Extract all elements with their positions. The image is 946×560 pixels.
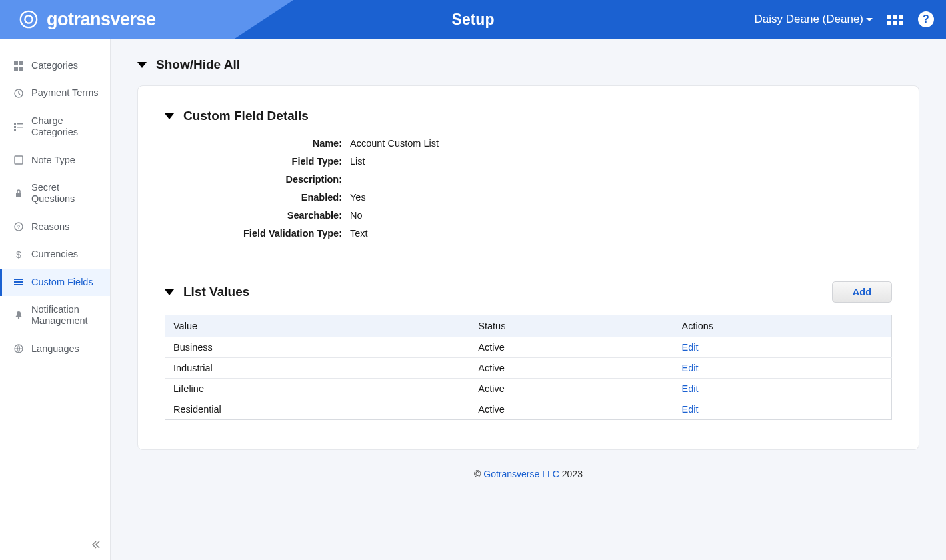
sidebar-item-charge-categories[interactable]: Charge Categories [0,107,110,147]
globe-icon [13,344,25,353]
lock-icon [13,189,25,198]
apps-grid-icon[interactable] [887,15,903,25]
detail-label: Name: [189,138,342,149]
footer-copyright: © [474,469,481,479]
details-section-toggle[interactable]: Custom Field Details [165,109,892,123]
list-values-title: List Values [183,285,249,299]
sidebar-item-label: Currencies [31,249,78,260]
edit-link[interactable]: Edit [681,404,698,415]
table-row: Industrial Active Edit [165,358,892,379]
list-values-header-row: List Values Add [165,281,892,303]
detail-value-enabled: Yes [350,192,892,203]
svg-rect-2 [19,61,23,65]
app-header: gotransverse Setup Daisy Deane (Deane) ? [0,0,946,39]
sidebar-item-label: Custom Fields [31,277,93,288]
details-card: Custom Field Details Name: Account Custo… [137,85,919,450]
footer-company-link[interactable]: Gotransverse LLC [483,469,559,479]
grid-icon [13,61,25,71]
show-hide-all-toggle[interactable]: Show/Hide All [137,57,919,72]
sidebar: Categories Payment Terms Charge Categori… [0,39,111,560]
list-values-table: Value Status Actions Business Active Edi… [165,315,892,420]
triangle-down-icon [137,62,147,68]
sidebar-item-label: Payment Terms [31,87,98,99]
sidebar-item-languages[interactable]: Languages [0,335,110,363]
cell-status: Active [470,399,673,420]
cell-value: Industrial [165,358,471,379]
user-name: Daisy Deane (Deane) [755,13,863,26]
col-value: Value [165,315,471,337]
add-button[interactable]: Add [832,281,892,303]
svg-rect-6 [14,123,16,125]
sidebar-collapse-button[interactable] [91,540,101,552]
cell-status: Active [470,358,673,379]
list-values-toggle[interactable]: List Values [165,285,249,299]
cell-status: Active [470,337,673,358]
details-grid: Name: Account Custom List Field Type: Li… [189,138,892,239]
cell-value: Lifeline [165,379,471,399]
detail-label: Field Type: [189,156,342,167]
details-section-title: Custom Field Details [183,109,309,123]
svg-rect-3 [14,67,18,71]
detail-value-searchable: No [350,210,892,221]
detail-value-validation-type: Text [350,228,892,239]
list-bars-icon [13,122,25,131]
help-icon[interactable]: ? [918,11,934,27]
note-icon [13,155,25,165]
svg-text:$: $ [16,250,21,259]
header-right-group: Daisy Deane (Deane) ? [755,11,934,27]
triangle-down-icon [165,289,174,295]
detail-label: Field Validation Type: [189,228,342,239]
brand-block[interactable]: gotransverse [0,9,156,30]
footer-year: 2023 [562,469,583,479]
svg-rect-12 [16,193,21,197]
svg-rect-4 [19,67,23,71]
cell-value: Business [165,337,471,358]
svg-rect-9 [17,127,23,128]
page-title: Setup [452,11,495,29]
sidebar-items: Categories Payment Terms Charge Categori… [0,39,110,363]
sidebar-item-secret-questions[interactable]: Secret Questions [0,174,110,213]
svg-rect-18 [14,284,23,285]
svg-rect-11 [15,156,23,164]
sidebar-item-notification-management[interactable]: Notification Management [0,296,110,335]
list-values-section: List Values Add Value Status Actions [165,281,892,420]
cell-status: Active [470,379,673,399]
cell-value: Residential [165,399,471,420]
sidebar-item-label: Reasons [31,221,69,233]
question-icon: ? [13,222,25,231]
sidebar-item-custom-fields[interactable]: Custom Fields [0,269,110,296]
sidebar-item-reasons[interactable]: ? Reasons [0,213,110,241]
clock-icon [13,89,25,98]
sidebar-item-note-type[interactable]: Note Type [0,147,110,174]
brand-text: gotransverse [47,9,156,30]
svg-rect-16 [14,279,23,280]
table-row: Business Active Edit [165,337,892,358]
svg-rect-8 [14,126,16,128]
edit-link[interactable]: Edit [681,342,698,353]
detail-value-field-type: List [350,156,892,167]
detail-value-description [350,174,892,185]
menu-icon [13,277,25,287]
sidebar-item-label: Notification Management [31,304,105,327]
svg-point-0 [21,11,37,27]
triangle-down-icon [165,113,174,119]
main-content: Show/Hide All Custom Field Details Name:… [111,39,946,560]
sidebar-item-label: Charge Categories [31,115,105,139]
svg-rect-10 [14,129,16,131]
edit-link[interactable]: Edit [681,383,698,394]
chevron-down-icon [866,18,873,21]
svg-rect-17 [14,281,23,283]
edit-link[interactable]: Edit [681,363,698,373]
sidebar-item-currencies[interactable]: $ Currencies [0,241,110,268]
sidebar-item-label: Secret Questions [31,182,105,205]
sidebar-item-categories[interactable]: Categories [0,52,110,79]
table-row: Residential Active Edit [165,399,892,420]
bell-icon [13,311,25,320]
detail-label: Description: [189,174,342,185]
table-row: Lifeline Active Edit [165,379,892,399]
brand-logo-icon [19,9,39,29]
sidebar-item-payment-terms[interactable]: Payment Terms [0,79,110,107]
detail-value-name: Account Custom List [350,138,892,149]
col-status: Status [470,315,673,337]
user-menu[interactable]: Daisy Deane (Deane) [755,13,873,26]
